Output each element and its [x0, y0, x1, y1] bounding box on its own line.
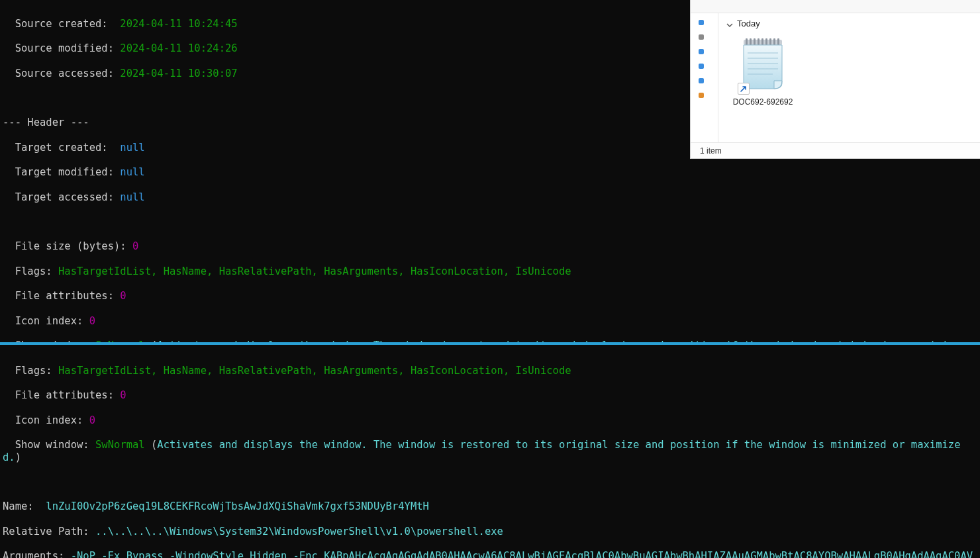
nav-item-icon[interactable]	[699, 93, 704, 98]
value-source-accessed: 2024-04-11 10:30:07	[120, 68, 237, 79]
value-file-attributes: 0	[120, 290, 126, 302]
label-flags-2: Flags:	[15, 365, 52, 377]
label-relpath-2: Relative Path:	[3, 526, 89, 537]
value-target-created: null	[120, 142, 144, 154]
value-target-modified: null	[120, 166, 144, 178]
svg-rect-3	[754, 38, 756, 45]
label-file-attributes: File attributes:	[15, 290, 114, 302]
value-name-2: lnZuI0Ov2pP6zGeq19L8CEKFRcoWjTbsAwJdXQiS…	[46, 500, 429, 512]
value-icon-index-2: 0	[89, 414, 95, 426]
value-file-attributes-2: 0	[120, 389, 126, 401]
svg-rect-8	[773, 38, 775, 45]
value-source-created: 2024-04-11 10:24:45	[120, 18, 237, 30]
nav-item-icon[interactable]	[699, 34, 704, 40]
explorer-nav-pane[interactable]	[691, 13, 718, 142]
group-header-today[interactable]: Today	[726, 19, 972, 28]
value-icon-index: 0	[89, 315, 95, 327]
label-file-attributes-2: File attributes:	[15, 389, 114, 401]
label-name-2: Name:	[3, 500, 34, 512]
nav-item-icon[interactable]	[699, 49, 704, 54]
label-file-size: File size (bytes):	[15, 240, 126, 252]
explorer-body: Today	[691, 13, 980, 142]
svg-rect-2	[750, 38, 752, 45]
label-source-modified: Source modified:	[15, 42, 114, 54]
value-show-window-2: SwNormal	[95, 439, 145, 451]
label-source-accessed: Source accessed:	[15, 68, 114, 79]
file-label: DOC692-692692	[733, 97, 793, 107]
nav-item-icon[interactable]	[699, 78, 704, 83]
value-flags-2: HasTargetIdList, HasName, HasRelativePat…	[58, 365, 571, 377]
explorer-toolbar[interactable]	[691, 0, 980, 13]
svg-rect-9	[777, 38, 779, 45]
chevron-down-icon	[726, 21, 733, 27]
explorer-content[interactable]: Today	[718, 13, 980, 142]
shortcut-overlay-icon	[738, 83, 750, 95]
value-target-accessed: null	[120, 191, 144, 203]
svg-rect-7	[769, 38, 771, 45]
nav-item-icon[interactable]	[699, 64, 704, 69]
label-icon-index: Icon index:	[15, 315, 83, 327]
value-source-modified: 2024-04-11 10:24:26	[120, 42, 237, 54]
value-relpath-2: ..\..\..\..\Windows\System32\WindowsPowe…	[95, 526, 503, 537]
explorer-status-bar: 1 item	[691, 142, 980, 158]
terminal-pane-bottom[interactable]: Flags: HasTargetIdList, HasName, HasRela…	[3, 352, 977, 558]
label-source-created: Source created:	[15, 18, 108, 30]
pane-split-divider[interactable]	[0, 342, 980, 345]
value-flags: HasTargetIdList, HasName, HasRelativePat…	[58, 265, 571, 277]
notepad-icon	[731, 35, 795, 96]
file-explorer-window[interactable]: Today	[690, 0, 980, 159]
label-target-created: Target created:	[15, 142, 108, 154]
file-item-shortcut[interactable]: DOC692-692692	[726, 32, 799, 109]
header-divider: --- Header ---	[3, 116, 89, 128]
svg-rect-4	[758, 38, 760, 45]
svg-rect-5	[761, 38, 763, 45]
nav-item-icon[interactable]	[699, 20, 704, 25]
svg-rect-1	[746, 38, 748, 45]
label-arguments-2: Arguments:	[3, 550, 64, 558]
label-icon-index-2: Icon index:	[15, 414, 83, 426]
group-label: Today	[737, 19, 760, 28]
svg-rect-6	[765, 38, 767, 45]
value-show-window-desc-2: Activates and displays the window. The w…	[3, 439, 960, 463]
label-target-accessed: Target accessed:	[15, 191, 114, 203]
status-item-count: 1 item	[700, 146, 722, 156]
label-target-modified: Target modified:	[15, 166, 114, 178]
label-flags: Flags:	[15, 265, 52, 277]
value-arguments-2: -NoP -Ex Bypass -WindowStyle Hidden -Enc…	[3, 550, 973, 558]
value-file-size: 0	[132, 240, 138, 252]
label-show-window-2: Show window:	[15, 439, 89, 451]
